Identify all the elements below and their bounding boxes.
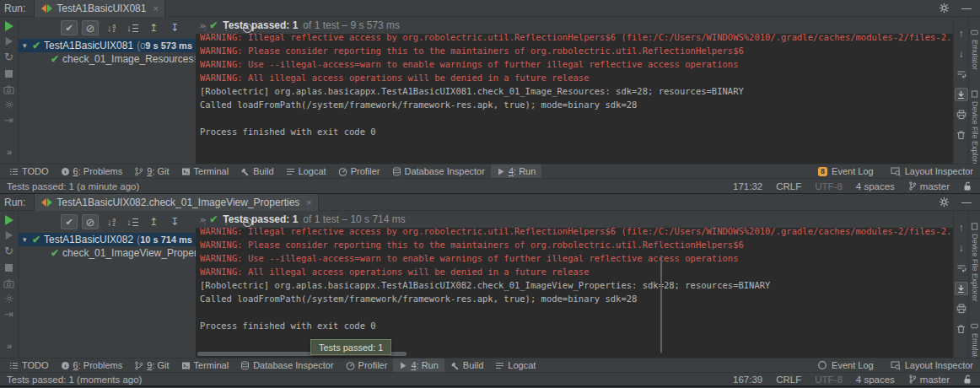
import-test-results-icon[interactable]: ⇥ xyxy=(4,309,13,320)
encoding-indicator[interactable]: UTF-8 xyxy=(815,375,843,385)
minimize-icon[interactable] xyxy=(961,3,972,14)
chevron-down-icon[interactable] xyxy=(23,235,32,244)
git-branch-widget[interactable]: master xyxy=(908,375,950,385)
down-stack-trace-button[interactable]: ↓ xyxy=(955,47,968,61)
console-output[interactable]: WARNING: Illegal reflective access by or… xyxy=(196,228,953,358)
encoding-indicator[interactable]: UTF-8 xyxy=(815,181,843,191)
minimize-icon[interactable] xyxy=(961,197,972,208)
toolwindow-run[interactable]: 4: Run xyxy=(393,358,444,372)
clear-console-icon[interactable] xyxy=(955,322,968,336)
show-passed-toggle[interactable] xyxy=(61,20,78,35)
up-stack-trace-button[interactable]: ↑ xyxy=(955,221,968,234)
tree-row-test-case[interactable]: check_01_Image_Resources 9 s 573 ms xyxy=(19,52,196,66)
toolwindow-problems[interactable]: 6: Problems xyxy=(55,358,129,372)
down-stack-trace-button[interactable]: ↓ xyxy=(955,241,968,255)
toolwindow-database-inspector[interactable]: Database Inspector xyxy=(386,164,491,178)
git-branch-widget[interactable]: master xyxy=(908,181,950,191)
sort-by-duration-button[interactable]: ↓ xyxy=(124,214,141,229)
tool-window-button-emulator[interactable]: Emulator xyxy=(971,29,979,70)
run-tab[interactable]: TestA1BasicUIX081 xyxy=(34,0,165,17)
toolwindow-terminal[interactable]: Terminal xyxy=(175,164,235,178)
up-stack-trace-button[interactable]: ↑ xyxy=(955,27,968,40)
stop-button[interactable] xyxy=(5,70,13,78)
tree-row-test-suite[interactable]: TestA1BasicUIX082 (org.aplas.basica 10 s… xyxy=(19,233,196,246)
soft-wrap-button[interactable] xyxy=(955,67,968,81)
print-button[interactable] xyxy=(955,302,968,315)
soft-wrap-button[interactable] xyxy=(955,261,968,275)
rerun-failed-tests-button[interactable] xyxy=(5,37,13,46)
right-tool-window-bar: Device File Explorer Emulator xyxy=(968,211,980,358)
test-settings-icon[interactable] xyxy=(4,294,14,304)
sort-by-duration-button[interactable]: ↓ xyxy=(124,20,141,35)
indent-indicator[interactable]: 4 spaces xyxy=(856,375,895,385)
toggle-auto-test-button[interactable]: ↻ xyxy=(4,245,13,256)
import-test-results-icon[interactable]: ⇥ xyxy=(4,115,13,126)
tool-window-button-device-file-explorer[interactable]: Device File Explorer xyxy=(971,223,979,302)
toolbar-overflow-chevron[interactable] xyxy=(200,214,204,224)
close-icon[interactable] xyxy=(153,3,158,13)
sort-alphabetically-button[interactable]: ↓az xyxy=(103,214,120,229)
screenshot-button[interactable] xyxy=(3,85,14,94)
toolwindow-run[interactable]: 4: Run xyxy=(491,164,541,178)
lock-icon[interactable] xyxy=(963,181,972,191)
scroll-to-end-button[interactable] xyxy=(955,88,968,101)
toggle-auto-test-button[interactable]: ↻ xyxy=(4,51,13,62)
rail-more-chevron[interactable] xyxy=(7,341,11,351)
stop-button[interactable] xyxy=(5,264,13,272)
lock-icon[interactable] xyxy=(963,375,972,385)
toolwindow-build[interactable]: Build xyxy=(444,358,489,372)
toolwindow-logcat[interactable]: Logcat xyxy=(280,164,332,178)
event-log-button[interactable]: Event Log xyxy=(817,360,874,370)
test-settings-icon[interactable] xyxy=(4,100,14,110)
caret-position[interactable]: 171:32 xyxy=(733,181,762,191)
layout-inspector-button[interactable]: Layout Inspector xyxy=(891,360,973,370)
gear-icon[interactable] xyxy=(939,3,950,13)
test-duration: 9 s 573 ms xyxy=(145,40,192,51)
toolwindow-problems[interactable]: 6: Problems xyxy=(55,164,129,178)
toolwindow-database-inspector[interactable]: Database Inspector xyxy=(234,358,339,372)
rerun-failed-tests-button[interactable] xyxy=(5,231,13,240)
show-passed-toggle[interactable] xyxy=(61,214,78,229)
toolwindow-git[interactable]: 9: Git xyxy=(128,164,175,178)
line-ending-indicator[interactable]: CRLF xyxy=(776,375,801,385)
tool-window-button-device-file-explorer[interactable]: Device File Explorer xyxy=(971,90,979,164)
event-log-button[interactable]: 8Event Log xyxy=(818,166,874,176)
run-tab[interactable]: TestA1BasicUIX082.check_01_ImageView_Pro… xyxy=(34,194,318,211)
console-output[interactable]: WARNING: Illegal reflective access by or… xyxy=(196,34,953,164)
tree-row-test-case[interactable]: check_01_ImageView_Properties 10 s 714 m… xyxy=(19,246,196,260)
rerun-button[interactable] xyxy=(5,21,13,31)
gear-icon[interactable] xyxy=(939,197,950,207)
toolwindow-todo[interactable]: TODO xyxy=(3,164,55,178)
toolwindow-git[interactable]: 9: Git xyxy=(128,358,175,372)
screenshot-button[interactable] xyxy=(3,279,14,288)
scroll-to-end-button[interactable] xyxy=(955,282,968,295)
show-ignored-toggle[interactable] xyxy=(82,214,99,229)
indent-indicator[interactable]: 4 spaces xyxy=(856,181,895,191)
print-button[interactable] xyxy=(955,108,968,121)
toolwindow-profiler[interactable]: Profiler xyxy=(340,358,394,372)
show-ignored-toggle[interactable] xyxy=(82,20,99,35)
toolwindow-profiler[interactable]: Profiler xyxy=(332,164,386,178)
caret-position[interactable]: 167:39 xyxy=(733,375,762,385)
tool-window-button-emulator[interactable]: Emulator xyxy=(971,322,979,358)
rerun-button[interactable] xyxy=(5,215,13,225)
toolwindow-todo[interactable]: TODO xyxy=(3,358,55,372)
expand-all-button[interactable]: ↥ xyxy=(145,20,162,35)
sort-alphabetically-button[interactable]: ↓az xyxy=(103,20,120,35)
expand-all-button[interactable]: ↥ xyxy=(145,214,162,229)
toolwindow-terminal[interactable]: Terminal xyxy=(175,358,235,372)
close-icon[interactable] xyxy=(306,197,311,207)
clear-console-icon[interactable] xyxy=(955,128,968,142)
console-line: Called loadFromPath(/system/framework/fr… xyxy=(200,98,953,111)
tree-row-test-suite[interactable]: TestA1BasicUIX081 (org.aplas.basica 9 s … xyxy=(19,39,196,52)
layout-inspector-button[interactable]: Layout Inspector xyxy=(891,166,973,176)
rail-more-chevron[interactable] xyxy=(7,147,11,157)
toolwindow-build[interactable]: Build xyxy=(234,164,279,178)
toolwindow-logcat[interactable]: Logcat xyxy=(489,358,541,372)
toolbar-overflow-chevron[interactable] xyxy=(200,20,204,30)
collapse-all-button[interactable]: ↧ xyxy=(166,214,183,229)
collapse-all-button[interactable]: ↧ xyxy=(166,20,183,35)
chevron-down-icon[interactable] xyxy=(23,41,32,50)
line-ending-indicator[interactable]: CRLF xyxy=(776,181,801,191)
console-region: Tests passed: 1 of 1 test – 10 s 714 ms … xyxy=(196,211,953,358)
